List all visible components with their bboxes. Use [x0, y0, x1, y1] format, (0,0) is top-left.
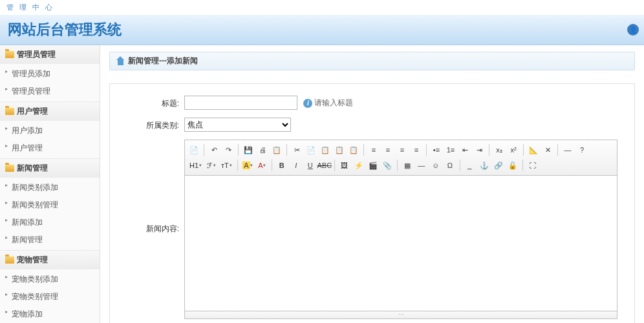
tb-redo-icon[interactable]: ↷ [222, 143, 235, 156]
tb-flash-icon[interactable]: ⚡ [352, 159, 365, 172]
tb-indent--icon[interactable]: ⇤ [458, 143, 471, 156]
tb-right-icon[interactable]: ≡ [396, 143, 409, 156]
tb-strike-icon[interactable]: ABC [318, 159, 331, 172]
tb-file-icon[interactable]: 📎 [381, 159, 394, 172]
rich-editor: 📄↶↷💾🖨📋✂📄📋📋📋≡≡≡≡•≡1≡⇤⇥x₂x²📐✕—? H1▾ℱ▾тT▾A▾… [184, 140, 617, 319]
sidebar-group-1[interactable]: 用户管理 [0, 102, 100, 121]
sidebar-item-1-0[interactable]: 用户添加 [0, 122, 100, 140]
sidebar-item-0-0[interactable]: 管理员添加 [0, 65, 100, 83]
tb-paste-icon[interactable]: 📋 [319, 143, 332, 156]
tb-new-icon[interactable]: 📄 [188, 143, 200, 156]
breadcrumb-text: 新闻管理---添加新闻 [128, 56, 198, 67]
header: 网站后台管理系统 👤 [0, 15, 644, 45]
tb-paste2-icon[interactable]: 📋 [333, 143, 346, 156]
home-icon [116, 57, 125, 65]
tb-chars-icon[interactable]: Ω [444, 159, 456, 172]
info-icon: i [303, 99, 312, 108]
sidebar-item-2-3[interactable]: 新闻管理 [0, 231, 100, 249]
tb-undo-icon[interactable]: ↶ [208, 143, 220, 156]
content-label: 新闻内容: [126, 140, 184, 234]
folder-icon [5, 256, 14, 264]
tb-unlink-icon[interactable]: 🔓 [506, 159, 519, 172]
editor-toolbar: 📄↶↷💾🖨📋✂📄📋📋📋≡≡≡≡•≡1≡⇤⇥x₂x²📐✕—? H1▾ℱ▾тT▾A▾… [184, 140, 617, 176]
folder-icon [5, 108, 14, 115]
tb-save-icon[interactable]: 💾 [242, 143, 255, 156]
title-input[interactable] [184, 96, 297, 110]
tb-left-icon[interactable]: ≡ [367, 143, 380, 156]
title-label: 标题: [126, 96, 184, 109]
header-user-icon[interactable]: 👤 [627, 24, 639, 36]
tb-pbreak-icon[interactable]: ⎯ [464, 159, 477, 172]
tb-print-icon[interactable]: 🖨 [256, 143, 269, 156]
tb-clear-icon[interactable]: ✕ [541, 143, 554, 156]
editor-resize-handle[interactable]: ⋯ [184, 311, 617, 319]
tb-tpl-icon[interactable]: 📋 [270, 143, 283, 156]
tb-anchor-icon[interactable]: ⚓ [478, 159, 491, 172]
sidebar-item-1-1[interactable]: 用户管理 [0, 140, 100, 157]
breadcrumb: 新闻管理---添加新闻 [109, 52, 635, 70]
sidebar-item-3-1[interactable]: 宠物类别管理 [0, 288, 100, 306]
sidebar-group-0[interactable]: 管理员管理 [0, 45, 100, 64]
sidebar-item-2-2[interactable]: 新闻添加 [0, 214, 100, 231]
tb-table-icon[interactable]: ▦ [401, 159, 414, 172]
tb-center-icon[interactable]: ≡ [381, 143, 394, 156]
sidebar-item-3-0[interactable]: 宠物类别添加 [0, 271, 100, 288]
tb-color-icon[interactable]: A▾ [255, 159, 268, 172]
tb-ol-icon[interactable]: 1≡ [444, 143, 457, 156]
tb-media-icon[interactable]: 🎬 [367, 159, 380, 172]
tb-ul-icon[interactable]: •≡ [430, 143, 443, 156]
tb-hilite-icon[interactable]: A▾ [241, 159, 254, 172]
tb-sub-icon[interactable]: x₂ [493, 143, 506, 156]
tb-rule-icon[interactable]: 📐 [527, 143, 540, 156]
tb-underline-icon[interactable]: U [304, 159, 317, 172]
tb-hr-icon[interactable]: — [561, 143, 574, 156]
sidebar-item-0-1[interactable]: 管理员管理 [0, 83, 100, 100]
sidebar: 管理员管理管理员添加管理员管理用户管理用户添加用户管理新闻管理新闻类别添加新闻类… [0, 45, 100, 323]
tb-paste3-icon[interactable]: 📋 [347, 143, 360, 156]
form-panel: 标题: i 请输入标题 所属类别: 焦点 新闻内容: [109, 83, 635, 323]
tb-copy-icon[interactable]: 📄 [305, 143, 317, 156]
tb-img-icon[interactable]: 🖼 [338, 159, 351, 172]
tb-justify-icon[interactable]: ≡ [410, 143, 423, 156]
tb-fs-icon[interactable]: ⛶ [526, 159, 539, 172]
tb-help-icon[interactable]: ? [575, 143, 588, 156]
main-content: 新闻管理---添加新闻 标题: i 请输入标题 所属类别: 焦点 [100, 45, 644, 323]
editor-body[interactable] [184, 176, 617, 311]
tb-font-select[interactable]: ℱ▾ [205, 162, 218, 170]
tb-hr2-icon[interactable]: — [415, 159, 428, 172]
tb-heading-select[interactable]: H1▾ [188, 162, 204, 169]
sidebar-group-2[interactable]: 新闻管理 [0, 159, 100, 178]
tb-indent+-icon[interactable]: ⇥ [473, 143, 486, 156]
sidebar-item-3-2[interactable]: 宠物添加 [0, 306, 100, 323]
tb-sup-icon[interactable]: x² [507, 143, 520, 156]
title-hint: i 请输入标题 [303, 98, 353, 109]
tb-bold-icon[interactable]: B [275, 159, 288, 172]
tb-size-select[interactable]: тT▾ [219, 162, 234, 169]
category-select[interactable]: 焦点 [184, 118, 291, 132]
tb-smile-icon[interactable]: ☺ [429, 159, 442, 172]
folder-icon [5, 51, 14, 58]
tb-link-icon[interactable]: 🔗 [492, 159, 505, 172]
site-title: 网站后台管理系统 [8, 20, 636, 39]
sidebar-item-2-0[interactable]: 新闻类别添加 [0, 179, 100, 196]
top-bar: 管 理 中 心 [0, 0, 644, 15]
tb-cut-icon[interactable]: ✂ [290, 143, 303, 156]
tb-italic-icon[interactable]: I [290, 159, 303, 172]
sidebar-item-2-1[interactable]: 新闻类别管理 [0, 196, 100, 214]
category-label: 所属类别: [126, 118, 184, 131]
folder-icon [5, 165, 14, 172]
sidebar-group-3[interactable]: 宠物管理 [0, 251, 100, 269]
